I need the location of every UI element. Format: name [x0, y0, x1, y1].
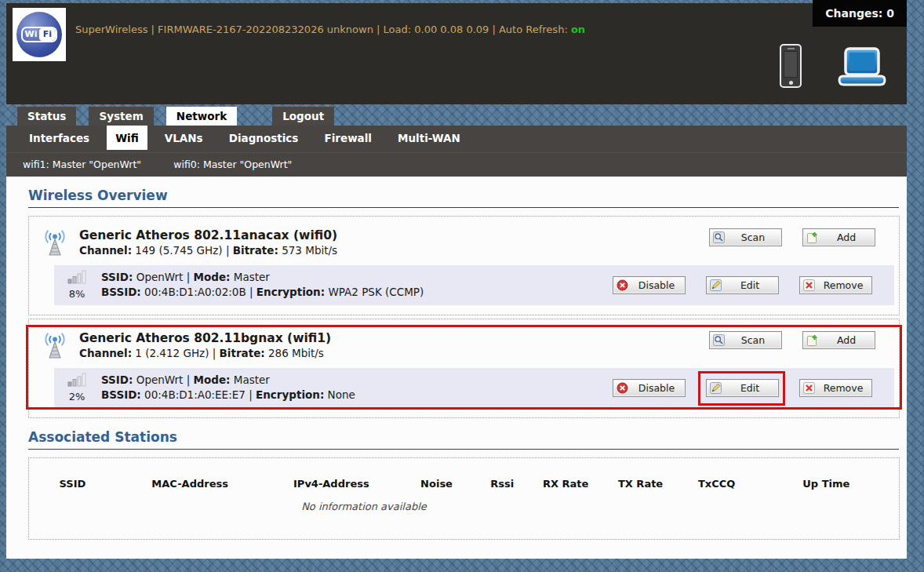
- tab-network[interactable]: Network: [166, 107, 237, 126]
- wifitab-wifi0[interactable]: wifi0: Master "OpenWrt": [173, 153, 292, 177]
- disable-button[interactable]: Disable: [613, 276, 686, 294]
- ssid-value: OpenWrt: [136, 373, 184, 386]
- signal-cell: 8%: [59, 270, 95, 300]
- router-admin-page: Wi Fi SuperWireless | FIRMWARE-2167-2022…: [0, 0, 924, 572]
- edit-button[interactable]: Edit: [706, 379, 779, 397]
- scan-icon: [713, 231, 725, 243]
- tab-status[interactable]: Status: [17, 107, 76, 126]
- channel-label: Channel:: [79, 347, 132, 359]
- main-tabbar: Status System Network Logout: [6, 107, 907, 126]
- edit-icon: [710, 279, 722, 291]
- scan-label: Scan: [725, 231, 781, 243]
- device-info: Generic Atheros 802.11anacax (wifi0) Cha…: [79, 228, 337, 257]
- scan-button[interactable]: Scan: [709, 228, 782, 246]
- device-actions: Scan Add: [709, 331, 875, 349]
- encryption-value: WPA2 PSK (CCMP): [328, 286, 424, 298]
- disable-icon: [617, 279, 628, 291]
- network-actions: Disable Edit Remove: [613, 276, 872, 294]
- col-tx-rate: TX Rate: [602, 478, 680, 490]
- wifitab-wifi1[interactable]: wifi1: Master "OpenWrt": [23, 153, 141, 177]
- scan-button[interactable]: Scan: [709, 331, 782, 349]
- edit-label: Edit: [722, 279, 778, 291]
- device-info: Generic Atheros 802.11bgnax (wifi1) Chan…: [79, 331, 331, 359]
- stations-empty-message: No information available: [29, 501, 699, 530]
- encryption-value: None: [328, 388, 355, 401]
- scan-icon: [713, 334, 725, 346]
- ssid-label: SSID:: [101, 271, 133, 283]
- disable-icon: [617, 382, 628, 394]
- col-ssid: SSID: [29, 478, 116, 490]
- changes-badge[interactable]: Changes: 0: [813, 0, 907, 27]
- bssid-value: 00:4B:D1:A0:02:0B: [144, 286, 246, 298]
- disable-label: Disable: [628, 279, 685, 291]
- signal-percent: 2%: [59, 391, 95, 403]
- channel-label: Channel:: [79, 244, 132, 257]
- separator: |: [249, 388, 256, 401]
- signal-bars-icon: [67, 373, 86, 387]
- add-button[interactable]: Add: [802, 331, 875, 349]
- stations-header-row: SSID MAC-Address IPv4-Address Noise Rssi…: [29, 468, 899, 490]
- remove-button[interactable]: Remove: [799, 379, 872, 397]
- remove-icon: [803, 382, 815, 394]
- edit-label: Edit: [722, 382, 778, 394]
- device-meta: Channel: 1 (2.412 GHz) | Bitrate: 286 Mb…: [79, 347, 331, 359]
- device-section-wifi0: Generic Atheros 802.11anacax (wifi0) Cha…: [28, 216, 900, 315]
- auto-refresh-state: on: [571, 24, 585, 35]
- remove-label: Remove: [815, 382, 871, 394]
- device-name: Generic Atheros 802.11bgnax (wifi1): [79, 331, 331, 345]
- mode-label: Mode:: [194, 271, 231, 283]
- disable-button[interactable]: Disable: [613, 379, 686, 397]
- subtab-firewall[interactable]: Firewall: [315, 126, 380, 150]
- wifi-logo-circle: Wi Fi: [16, 12, 62, 57]
- separator: |: [226, 244, 233, 257]
- device-meta: Channel: 149 (5.745 GHz) | Bitrate: 573 …: [79, 244, 337, 257]
- logo-wi-text: Wi: [23, 28, 39, 41]
- wireless-overview-heading: Wireless Overview: [28, 188, 899, 208]
- bssid-label: BSSID:: [101, 286, 141, 298]
- tab-logout[interactable]: Logout: [272, 107, 334, 126]
- firmware-info-text: SuperWireless | FIRMWARE-2167-2022082320…: [75, 24, 571, 35]
- device-actions: Scan Add: [709, 228, 875, 246]
- remove-icon: [803, 279, 815, 291]
- header: Wi Fi SuperWireless | FIRMWARE-2167-2022…: [6, 3, 907, 104]
- subtab-interfaces[interactable]: Interfaces: [20, 126, 98, 150]
- scan-label: Scan: [725, 334, 781, 346]
- subtab-wifi[interactable]: Wifi: [107, 126, 147, 150]
- col-mac-address: MAC-Address: [116, 478, 264, 490]
- col-up-time: Up Time: [754, 478, 899, 490]
- laptop-icon[interactable]: [838, 47, 886, 88]
- ssid-label: SSID:: [101, 373, 133, 386]
- col-txccq: TxCCQ: [679, 478, 753, 490]
- smartphone-icon[interactable]: [780, 44, 802, 88]
- separator: |: [249, 286, 256, 298]
- subtab-multiwan[interactable]: Multi-WAN: [389, 126, 469, 150]
- changes-label: Changes:: [825, 7, 886, 20]
- col-rssi: Rssi: [475, 478, 530, 490]
- edit-button-highlight: Edit: [706, 379, 779, 397]
- edit-button[interactable]: Edit: [706, 276, 779, 294]
- bssid-label: BSSID:: [101, 388, 141, 401]
- add-button[interactable]: Add: [802, 228, 875, 246]
- device-section-wifi1: Generic Atheros 802.11bgnax (wifi1) Chan…: [28, 319, 900, 418]
- wifi-device-tabbar: wifi1: Master "OpenWrt" wifi0: Master "O…: [6, 152, 907, 177]
- add-label: Add: [818, 231, 875, 243]
- signal-bars-icon: [67, 270, 86, 284]
- network-subtabbar: Interfaces Wifi VLANs Diagnostics Firewa…: [6, 126, 907, 152]
- content-area: Wireless Overview Generic Atheros 802.11…: [6, 177, 907, 559]
- disable-label: Disable: [628, 382, 685, 394]
- associated-stations-table: SSID MAC-Address IPv4-Address Noise Rssi…: [28, 457, 900, 540]
- remove-label: Remove: [815, 279, 871, 291]
- subtab-diagnostics[interactable]: Diagnostics: [220, 126, 307, 150]
- network-info: SSID: OpenWrt | Mode: Master BSSID: 00:4…: [101, 373, 355, 403]
- associated-stations-heading: Associated Stations: [28, 429, 899, 450]
- remove-button[interactable]: Remove: [799, 276, 872, 294]
- subtab-vlans[interactable]: VLANs: [156, 126, 212, 150]
- changes-count: 0: [886, 7, 894, 20]
- tab-system[interactable]: System: [89, 107, 153, 126]
- radio-antenna-icon: [40, 228, 70, 258]
- separator: |: [187, 271, 194, 283]
- separator: |: [187, 373, 194, 386]
- channel-value: 149 (5.745 GHz): [135, 244, 222, 257]
- bssid-value: 00:4B:D1:A0:EE:E7: [144, 388, 246, 401]
- bitrate-label: Bitrate:: [220, 347, 265, 359]
